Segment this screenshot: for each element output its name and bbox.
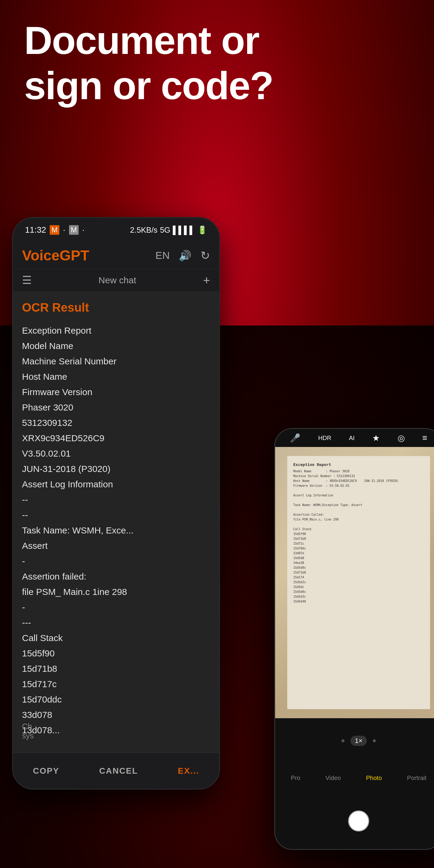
ocr-line-21: 15d5f90 [22,646,210,661]
sound-button[interactable]: 🔊 [179,250,191,261]
settings-icon[interactable]: ≡ [422,433,427,443]
ocr-line-18: - [22,599,210,615]
ocr-line-24: 15d70ddc [22,692,210,707]
doc-line-addr4: 15d70dc [293,547,424,551]
star-icon[interactable]: ★ [372,433,380,443]
mic-mute-icon[interactable]: 🎤 [290,433,301,443]
ocr-line-12: -- [22,507,210,523]
doc-line-blank2 [293,498,424,502]
focus-icon[interactable]: ◎ [398,433,405,443]
ocr-content: Exception Report Model Name Machine Seri… [22,323,210,738]
gmail2-icon: M [69,225,79,235]
doc-line-addr15: 15d5d40 [293,599,424,604]
ocr-line-9: JUN-31-2018 (P3020) [22,461,210,476]
status-dot2: · [82,225,85,235]
hero-line2: sign or code? [24,63,410,108]
doc-line-addr12: 15d5dc [293,585,424,589]
ocr-line-13: Task Name: WSMH, Exce... [22,523,210,538]
ocr-line-23: 15d717c [22,676,210,692]
gmail-icon: M [50,225,59,235]
zoom-dot-right [373,739,376,742]
phone-screen: 11:32 M · M · 2.5KB/s 5G ▌▌▌▌ 🔋 VoiceGPT… [13,218,219,789]
mode-pro[interactable]: Pro [291,775,300,781]
cancel-button[interactable]: CANCEL [99,766,138,776]
speed-indicator: 2.5KB/s [130,225,158,235]
refresh-button[interactable]: ↻ [200,249,210,262]
new-chat-button[interactable]: + [203,274,210,287]
doc-line-addr7: 34ee38 [293,561,424,565]
ocr-line-3: Host Name [22,369,210,384]
camera-viewfinder: Exception Report Model Name : Phaser 302… [275,447,434,718]
ocr-line-10: Assert Log Information [22,476,210,492]
ocr-line-1: Model Name [22,338,210,353]
signal-bars: ▌▌▌▌ [173,225,195,235]
shutter-row [275,810,434,832]
doc-line-callstack: Call Stack [293,527,424,531]
hero-line1: Document or [24,18,410,63]
shutter-button[interactable] [348,810,369,832]
copy-button[interactable]: COPY [33,766,59,776]
status-dot: · [63,225,65,235]
zoom-level[interactable]: 1× [350,736,367,746]
mode-photo[interactable]: Photo [366,775,381,781]
camera-mode-bar: Pro Video Photo Portrait [275,775,434,781]
ocr-line-6: 5312309132 [22,415,210,430]
hdr-button[interactable]: HDR [318,435,331,441]
label-sys: sys [22,731,34,741]
camera-top-bar: 🎤 HDR AI ★ ◎ ≡ [275,429,434,447]
doc-line-blank [293,489,424,493]
label-ch: Ch [22,722,34,731]
doc-line-addr14: 15d5d3c [293,595,424,599]
doc-line-addr13: 15d5d0c [293,590,424,594]
language-selector[interactable]: EN [156,250,170,261]
ocr-line-26: 13d078... [22,722,210,738]
doc-line-addr3: 15d71c [293,541,424,546]
doc-line-task: Task Name: WSMH,Exception Type: Assert [293,503,424,507]
bottom-left-label: Ch sys [22,722,34,741]
status-right: 2.5KB/s 5G ▌▌▌▌ 🔋 [130,225,207,235]
ocr-line-5: Phaser 3020 [22,400,210,415]
ai-button[interactable]: AI [349,435,355,441]
status-bar: 11:32 M · M · 2.5KB/s 5G ▌▌▌▌ 🔋 [13,218,219,242]
doc-line-addr9: 15d71b8 [293,570,424,575]
doc-title: Exception Report [293,462,424,467]
status-time: 11:32 [25,225,46,235]
ocr-line-7: XRX9c934ED526C9 [22,430,210,446]
doc-line-blank4 [293,522,424,527]
doc-line-addr5: 33d07e [293,551,424,555]
doc-line-addr1: 15d5f90 [293,532,424,536]
doc-line-assertion: Assertion Called: [293,513,424,517]
camera-controls: 1× Pro Video Photo Portrait [275,718,434,849]
ocr-line-15: - [22,553,210,569]
app-title: VoiceGPT [22,247,89,264]
ocr-title: OCR Result [22,301,210,314]
mode-video[interactable]: Video [326,775,341,781]
ocr-line-14: Assert [22,538,210,553]
new-chat-bar: ☰ New chat + [13,269,219,292]
ocr-line-19: --- [22,615,210,630]
extract-button[interactable]: EX... [178,766,199,776]
hero-text: Document or sign or code? [24,18,410,108]
zoom-dot-left [341,739,344,742]
new-chat-label: New chat [98,275,136,285]
ocr-line-25: 33d078 [22,707,210,722]
doc-line-addr10: 15d174 [293,575,424,580]
ocr-line-8: V3.50.02.01 [22,446,210,461]
ocr-line-2: Machine Serial Number [22,353,210,369]
ocr-line-0: Exception Report [22,323,210,338]
scanned-document-preview: Exception Report Model Name : Phaser 302… [287,456,430,709]
camera-phone: 🎤 HDR AI ★ ◎ ≡ Exception Report Model Na… [274,428,434,850]
battery-icon: 🔋 [197,225,207,235]
doc-line-addr11: 15d5d3c [293,580,424,584]
ocr-line-20: Call Stack [22,630,210,646]
header-actions: EN 🔊 ↻ [156,249,210,262]
doc-line-model: Model Name : Phaser 3020 [293,469,424,473]
status-left: 11:32 M · M · [25,225,85,235]
mode-portrait[interactable]: Portrait [407,775,427,781]
doc-line-addr2: 15d71b8 [293,537,424,541]
menu-button[interactable]: ☰ [22,274,32,287]
doc-line-blank3 [293,508,424,512]
doc-line-addr6: 15d5d0 [293,556,424,560]
doc-line-firmware: Firmware Version : V3.50.02.01 [293,484,424,488]
ocr-line-17: file PSM_ Main.c 1ine 298 [22,584,210,599]
